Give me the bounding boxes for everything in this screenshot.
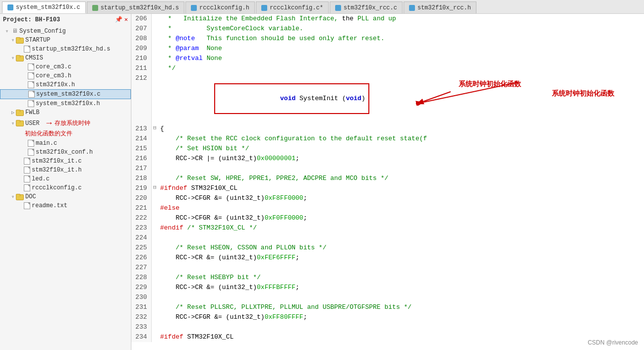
annotation-label-2: 初始化函数的文件	[25, 130, 72, 137]
folder-icon-user	[16, 120, 24, 126]
line-num-219: 219	[131, 183, 151, 193]
tree-item-readme-txt[interactable]: readme.txt	[0, 201, 131, 210]
code-line-226: RCC->CR &= (uint32_t)0xFEF6FFFF;	[158, 253, 644, 263]
tree-arrow-user: ▿	[10, 120, 16, 126]
line-num-214: 214	[131, 134, 151, 144]
code-line-233	[158, 322, 644, 332]
tree-arrow-fwlb: ▷	[10, 110, 16, 116]
code-line-221: #else	[158, 203, 644, 213]
tree-item-core-cm3-h[interactable]: core_cm3.h	[0, 71, 131, 80]
code-row-211: 211 */	[131, 63, 644, 73]
tree-label-system-config: System_Config	[19, 28, 66, 35]
tree-arrow-cmsis: ▿	[10, 55, 16, 61]
tree-item-core-cm3-c[interactable]: core_cm3.c	[0, 62, 131, 71]
tabs-bar: system_stm32f10x.c startup_stm32f10x_hd.…	[0, 0, 644, 14]
file-icon-stm32f10x-h	[28, 81, 34, 88]
code-line-217	[158, 164, 644, 174]
code-line-216: RCC->CR |= (uint32_t)0x00000001;	[158, 154, 644, 164]
line-num-224: 224	[131, 233, 151, 243]
sidebar: Project: BH-F103 📌 ✕ ▿ 🖥 System_Config	[0, 14, 131, 350]
collapse-213[interactable]: ⊟	[151, 124, 158, 134]
file-icon-main-c	[28, 140, 34, 147]
tree-item-user[interactable]: ▿ USER → 存放系统时钟	[0, 117, 131, 129]
tree-label-core-cm3-h: core_cm3.h	[36, 72, 71, 79]
line-num-206: 206	[131, 14, 151, 24]
tree-label-user: USER	[25, 120, 40, 127]
tab-stm32f10x-rcc-c[interactable]: stm32f10x_rcc.c	[330, 1, 403, 13]
tree-item-system-stm32f10x-h[interactable]: system_stm32f10x.h	[0, 99, 131, 108]
code-row-207: 207 * SystemCoreClock variable.	[131, 24, 644, 34]
file-icon-stm32f10x-it-c	[24, 158, 30, 165]
line-num-207: 207	[131, 24, 151, 34]
line-num-230: 230	[131, 292, 151, 302]
code-row-218: 218 /* Reset SW, HPRE, PPRE1, PPRE2, ADC…	[131, 174, 644, 183]
code-row-227: 227	[131, 263, 644, 273]
code-row-210: 210 * @retval None	[131, 54, 644, 63]
sidebar-close-icon[interactable]: ✕	[124, 16, 128, 23]
code-line-218: /* Reset SW, HPRE, PPRE1, PPRE2, ADCPRE …	[158, 174, 644, 183]
tree-item-stm32f10x-h[interactable]: stm32f10x.h	[0, 80, 131, 89]
tree-label-rccclkconfig-c: rccclkconfig.c	[32, 184, 82, 191]
code-row-221: 221 #else	[131, 203, 644, 213]
tab-rccclkconfig-c[interactable]: rccclkconfig.c*	[256, 1, 329, 13]
code-line-222: RCC->CFGR &= (uint32_t)0xF0FF0000;	[158, 213, 644, 223]
tree-item-cmsis[interactable]: ▿ CMSIS	[0, 54, 131, 62]
line-num-211: 211	[131, 63, 151, 73]
tree-item-startup[interactable]: ▿ STARTUP	[0, 36, 131, 45]
code-row-208: 208 * @note This function should be used…	[131, 34, 644, 44]
file-icon-stm32f10x-it-h	[24, 167, 30, 174]
tab-rccclkconfig-h[interactable]: rccclkconfig.h	[185, 1, 255, 13]
folder-icon-cmsis	[16, 55, 24, 61]
tree-item-doc[interactable]: ▿ DOC	[0, 192, 131, 201]
tree-item-main-c[interactable]: main.c	[0, 139, 131, 148]
line-num-229: 229	[131, 283, 151, 292]
code-row-230: 230	[131, 292, 644, 302]
sidebar-pin-icon[interactable]: 📌	[115, 16, 122, 23]
tab-startup-stm32f10x-hd-s[interactable]: startup_stm32f10x_hd.s	[87, 1, 184, 13]
tree-item-rccclkconfig-c[interactable]: rccclkconfig.c	[0, 183, 131, 192]
code-row-222: 222 RCC->CFGR &= (uint32_t)0xF0FF0000;	[131, 213, 644, 223]
code-row-212: 212 void SystemInit (void)	[131, 73, 644, 124]
code-row-215: 215 /* Set HSION bit */	[131, 144, 644, 154]
code-row-214: 214 /* Reset the RCC clock configuration…	[131, 134, 644, 144]
tree-arrow-startup: ▿	[10, 37, 16, 43]
code-line-215: /* Set HSION bit */	[158, 144, 644, 154]
code-editor[interactable]: 系统时钟初始化函数	[131, 14, 644, 350]
tab-stm32f10x-rcc-h[interactable]: stm32f10x_rcc.h	[404, 1, 476, 13]
annotation-arrow: → 存放系统时钟	[45, 118, 90, 128]
tree-item-stm32f10x-it-h[interactable]: stm32f10x_it.h	[0, 166, 131, 175]
line-num-215: 215	[131, 144, 151, 154]
tree-item-fwlb[interactable]: ▷ FWLB	[0, 108, 131, 117]
code-line-206: * Initialize the Embedded Flash Interfac…	[158, 14, 644, 24]
code-row-234: 234 #ifdef STM32F10X_CL	[131, 332, 644, 342]
line-num-232: 232	[131, 312, 151, 322]
code-line-213: {	[158, 124, 644, 134]
tree-item-stm32f10x-it-c[interactable]: stm32f10x_it.c	[0, 157, 131, 166]
code-line-231: /* Reset PLLSRC, PLLXTPRE, PLLMUL and US…	[158, 302, 644, 312]
tree-label-stm32f10x-it-h: stm32f10x_it.h	[32, 167, 82, 174]
annotation-label-1: 存放系统时钟	[55, 119, 90, 127]
tab-icon-c	[7, 4, 13, 10]
line-num-234: 234	[131, 332, 151, 342]
file-icon-core-cm3-h	[28, 72, 34, 79]
tree-item-system-config[interactable]: ▿ 🖥 System_Config	[0, 26, 131, 36]
code-row-213: 213 ⊟ {	[131, 124, 644, 134]
tree-label-fwlb: FWLB	[25, 109, 40, 116]
code-row-228: 228 /* Reset HSEBYP bit */	[131, 273, 644, 283]
tab-system-stm32f10x-c[interactable]: system_stm32f10x.c	[2, 1, 86, 13]
file-icon-readme-txt	[24, 202, 30, 209]
line-num-218: 218	[131, 174, 151, 183]
code-line-234: #ifdef STM32F10X_CL	[158, 332, 644, 342]
tree-item-stm32f10x-conf-h[interactable]: stm32f10x_conf.h	[0, 148, 131, 157]
code-row-231: 231 /* Reset PLLSRC, PLLXTPRE, PLLMUL an…	[131, 302, 644, 312]
tree-item-system-stm32f10x-c[interactable]: system_stm32f10x.c	[0, 89, 131, 99]
tree-item-led-c[interactable]: led.c	[0, 175, 131, 183]
collapse-219[interactable]: ⊟	[151, 183, 158, 193]
tree-label-stm32f10x-conf-h: stm32f10x_conf.h	[36, 149, 93, 156]
code-line-214: /* Reset the RCC clock configuration to …	[158, 134, 644, 144]
file-icon-rccclkconfig-c	[24, 184, 30, 191]
tree-item-startup-file[interactable]: startup_stm32f10x_hd.s	[0, 45, 131, 54]
code-row-220: 220 RCC->CFGR &= (uint32_t)0xF8FF0000;	[131, 193, 644, 203]
red-arrow-icon: →	[45, 118, 54, 128]
code-line-227	[158, 263, 644, 273]
